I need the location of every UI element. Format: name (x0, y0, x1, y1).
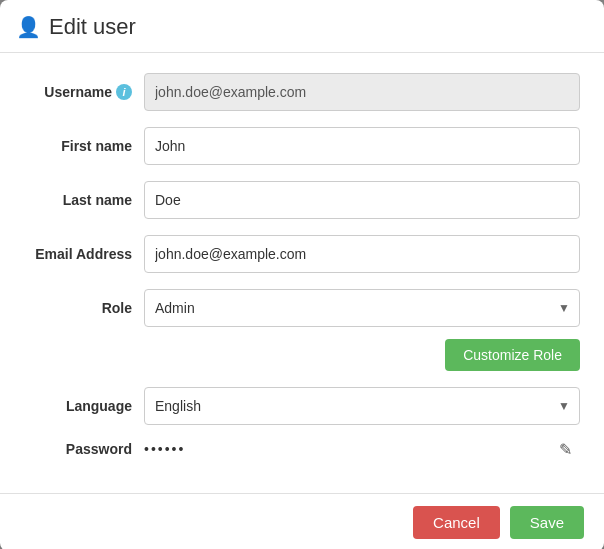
username-label: Username (44, 84, 112, 100)
language-row: Language English Spanish French German ▼ (24, 387, 580, 425)
username-info-icon[interactable]: i (116, 84, 132, 100)
edit-user-modal: 👤 Edit user Username i First name Last n… (0, 0, 604, 549)
modal-title: Edit user (49, 14, 136, 40)
firstname-label: First name (24, 138, 144, 154)
email-row: Email Address (24, 235, 580, 273)
lastname-label: Last name (24, 192, 144, 208)
username-row: Username i (24, 73, 580, 111)
role-select-wrapper: Admin Editor Viewer ▼ (144, 289, 580, 327)
language-select[interactable]: English Spanish French German (144, 387, 580, 425)
role-select[interactable]: Admin Editor Viewer (144, 289, 580, 327)
password-value: •••••• (144, 441, 185, 457)
password-edit-button[interactable]: ✎ (559, 440, 572, 459)
language-select-wrapper: English Spanish French German ▼ (144, 387, 580, 425)
modal-body: Username i First name Last name Email Ad… (0, 53, 604, 493)
role-label: Role (24, 300, 144, 316)
password-wrapper: •••••• ✎ (144, 441, 580, 457)
username-label-group: Username i (24, 84, 144, 100)
customize-role-button[interactable]: Customize Role (445, 339, 580, 371)
cancel-button[interactable]: Cancel (413, 506, 500, 539)
language-label: Language (24, 398, 144, 414)
modal-header: 👤 Edit user (0, 0, 604, 53)
email-label: Email Address (24, 246, 144, 262)
modal-footer: Cancel Save (0, 493, 604, 549)
firstname-row: First name (24, 127, 580, 165)
user-icon: 👤 (16, 15, 41, 39)
email-input[interactable] (144, 235, 580, 273)
password-row: Password •••••• ✎ (24, 441, 580, 457)
role-row: Role Admin Editor Viewer ▼ (24, 289, 580, 327)
lastname-input[interactable] (144, 181, 580, 219)
customize-role-row: Customize Role (24, 339, 580, 371)
save-button[interactable]: Save (510, 506, 584, 539)
lastname-row: Last name (24, 181, 580, 219)
password-label: Password (24, 441, 144, 457)
username-input[interactable] (144, 73, 580, 111)
firstname-input[interactable] (144, 127, 580, 165)
